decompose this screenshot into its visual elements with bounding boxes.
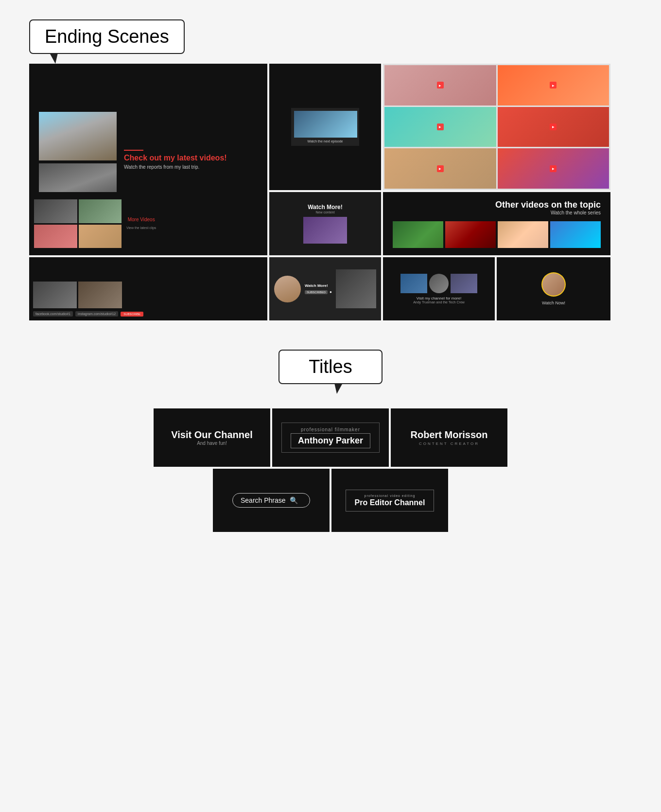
ending-card-4[interactable]: Other videos on the topic Watch the whol… — [383, 192, 610, 255]
thumb-1 — [384, 65, 496, 106]
card4-thumb-4 — [550, 221, 601, 248]
ending-scenes-section: Ending Scenes Check out my latest videos… — [29, 19, 632, 320]
tc1-subtitle: And have fun! — [197, 441, 227, 446]
search-placeholder: Search Phrase — [241, 496, 286, 504]
play-icon-5 — [437, 165, 444, 172]
thumb-5 — [384, 148, 496, 189]
card4-thumbnails — [393, 221, 601, 248]
tc2-name: Anthony Parker — [291, 433, 370, 448]
titles-label: Titles — [278, 350, 382, 384]
b3-thumbnails — [400, 274, 477, 293]
title-card-1[interactable]: Visit Our Channel And have fun! — [154, 408, 270, 467]
episode-label: Watch the next episode — [294, 140, 356, 143]
mountain-image — [39, 112, 117, 160]
b4-label: Watch Now! — [542, 300, 565, 305]
search-icon: 🔍 — [290, 496, 298, 504]
tc2-small-label: professional filmmaker — [291, 427, 370, 432]
tc5-name: Pro Editor Channel — [355, 498, 425, 507]
b2-content: Watch More! SUBSCRIBED ● — [274, 269, 376, 308]
card4-thumb-2 — [445, 221, 496, 248]
search-box[interactable]: Search Phrase 🔍 — [232, 493, 310, 508]
ending-bottom-row: facebook.com/studio#1 instagram.com/stud… — [29, 257, 632, 320]
card4-title: Other videos on the topic — [393, 200, 601, 210]
play-icon-2 — [550, 82, 557, 88]
c5-img-4 — [79, 225, 122, 248]
b3-circle-avatar — [429, 274, 449, 293]
b1-img-1 — [33, 282, 77, 308]
watchmore-content: Watch More! New content — [303, 204, 347, 244]
ending-card-5[interactable]: More Videos View the latest clips — [29, 192, 267, 255]
c5-img-3 — [34, 225, 77, 248]
b1-images — [33, 282, 263, 308]
ending-card-b1[interactable]: facebook.com/studio#1 instagram.com/stud… — [29, 257, 267, 320]
tc3-name: Robert Morisson — [411, 429, 488, 441]
episode-thumbnail — [294, 111, 357, 138]
title-card-3[interactable]: Robert Morisson CONTENT CREATOR — [391, 408, 507, 467]
card5-sublabel: View the latest clips — [126, 226, 156, 229]
card1-title-prefix: Check out my — [124, 154, 177, 162]
instagram-icon: instagram.com/studio#12 — [75, 311, 118, 317]
thumb-4 — [498, 107, 609, 147]
tc2-box: professional filmmaker Anthony Parker — [281, 423, 380, 453]
card4-text: Other videos on the topic Watch the whol… — [393, 200, 601, 215]
b4-yellow-avatar — [541, 272, 566, 297]
b3-thumb-1 — [400, 274, 427, 293]
ending-card-b3[interactable]: Visit my channel for more! Andy Trueman … — [383, 257, 495, 320]
title-card-2[interactable]: professional filmmaker Anthony Parker — [272, 408, 389, 467]
card5-images — [34, 199, 122, 248]
card1-title: Check out my latest videos! — [124, 154, 227, 162]
c5-img-2 — [79, 199, 122, 223]
subscribed-badge: SUBSCRIBED — [305, 290, 328, 294]
card5-text: More Videos View the latest clips — [126, 217, 156, 231]
b2-sub: SUBSCRIBED ● — [305, 290, 332, 294]
tc3-subtitle: CONTENT CREATOR — [419, 441, 479, 446]
watchmore-label: Watch More! — [303, 204, 347, 211]
play-icon-3 — [437, 124, 444, 130]
mini-episode: Watch the next episode — [291, 108, 359, 146]
watchmore-sublabel: New content — [303, 211, 347, 214]
title-card-4[interactable]: Search Phrase 🔍 — [213, 469, 330, 532]
thumb-3 — [384, 107, 496, 147]
b2-side-image — [336, 269, 376, 308]
b2-avatar — [274, 276, 301, 302]
c5-img-1 — [34, 199, 77, 223]
play-icon-6 — [550, 165, 557, 172]
b2-person-image — [274, 276, 301, 302]
card1-text: Check out my latest videos! Watch the re… — [124, 150, 227, 170]
play-icon-4 — [550, 124, 557, 130]
ending-card-2[interactable]: Watch the next episode — [269, 64, 381, 190]
titles-row-1: Visit Our Channel And have fun! professi… — [29, 408, 632, 467]
card1-subtitle: Watch the reports from my last trip. — [124, 164, 227, 170]
phone-image — [303, 217, 347, 244]
ending-card-watchmore[interactable]: Watch More! New content — [269, 192, 381, 255]
b2-dot: ● — [330, 290, 332, 294]
card5-label: More Videos — [126, 217, 156, 222]
facebook-icon: facebook.com/studio#1 — [33, 311, 73, 317]
card4-thumb-1 — [393, 221, 443, 248]
card4-subtitle: Watch the whole series — [393, 210, 601, 215]
b3-text: Visit my channel for more! Andy Trueman … — [413, 296, 465, 304]
tc1-title: Visit Our Channel — [171, 429, 252, 441]
titles-section: Titles Visit Our Channel And have fun! p… — [29, 350, 632, 532]
ending-card-b4[interactable]: Watch Now! — [497, 257, 610, 320]
titles-row-2: Search Phrase 🔍 professional video editi… — [29, 469, 632, 532]
card1-title-highlight: latest videos! — [177, 154, 226, 162]
b2-text: Watch More! SUBSCRIBED ● — [305, 283, 332, 294]
play-icon-1 — [437, 82, 444, 88]
ending-card-b2[interactable]: Watch More! SUBSCRIBED ● — [269, 257, 381, 320]
card4-thumb-3 — [498, 221, 548, 248]
ending-scenes-label: Ending Scenes — [29, 19, 185, 54]
b3-label: Visit my channel for more! — [417, 296, 461, 300]
ending-card-3[interactable] — [383, 64, 610, 190]
red-accent-line — [124, 150, 143, 151]
b1-img-2 — [78, 282, 122, 308]
subscribe-button[interactable]: SUBSCRIBE — [121, 312, 143, 317]
tc5-small-label: professional video editing — [355, 494, 425, 497]
social-icons: facebook.com/studio#1 instagram.com/stud… — [33, 311, 263, 317]
thumb-6 — [498, 148, 609, 189]
thumb-2 — [498, 65, 609, 106]
b4-face — [542, 273, 565, 296]
b3-thumb-3 — [451, 274, 477, 293]
b3-sublabel: Andy Trueman and the Tech Crew — [413, 300, 465, 304]
title-card-5[interactable]: professional video editing Pro Editor Ch… — [331, 469, 448, 532]
